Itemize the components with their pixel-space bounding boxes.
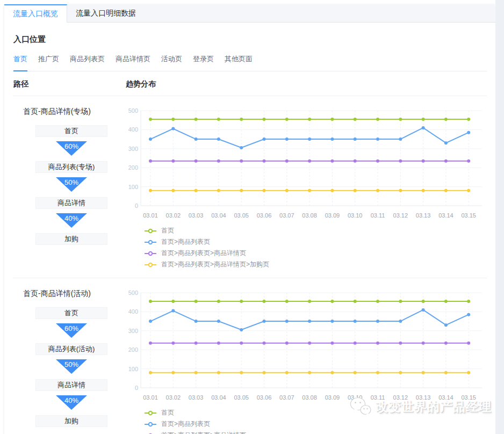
chart-legend: 首页首页>商品列表页首页>商品列表页>商品详情页首页>商品列表页>商品详情页>加… [144, 409, 495, 434]
trend-line-chart[interactable]: 010020030040050003.0103.0203.0303.0403.0… [126, 104, 495, 224]
path-row: 首页-商品详情(专场)首页60%商品列表(专场)50%商品详情40%加购0100… [13, 96, 487, 272]
svg-text:03.08: 03.08 [302, 394, 317, 401]
subtab-商品列表页[interactable]: 商品列表页 [70, 54, 105, 71]
svg-text:03.03: 03.03 [189, 394, 204, 401]
svg-text:400: 400 [128, 308, 138, 315]
svg-text:03.07: 03.07 [279, 394, 294, 401]
main-panel: 流量入口概览 流量入口明细数据 入口位置 首页推广页商品列表页商品详情页活动页登… [4, 4, 495, 434]
svg-text:03.15: 03.15 [461, 394, 476, 401]
funnel-rate-arrow-icon: 60% [56, 323, 87, 338]
svg-text:03.13: 03.13 [416, 394, 431, 401]
svg-text:300: 300 [128, 146, 138, 152]
funnel-rate-arrow-icon: 40% [56, 395, 87, 410]
svg-text:03.07: 03.07 [279, 212, 294, 219]
funnel-rate-arrow-icon: 60% [56, 141, 87, 156]
legend-label: 首页>商品列表页 [161, 419, 210, 429]
svg-text:03.10: 03.10 [348, 212, 363, 219]
scrollbar[interactable] [495, 0, 504, 434]
svg-text:300: 300 [128, 328, 138, 334]
entry-subtabs: 首页推广页商品列表页商品详情页活动页登录页其他页面 [13, 54, 487, 71]
section-title: 入口位置 [13, 34, 487, 45]
legend-item[interactable]: 首页>商品列表页>商品详情页 [144, 250, 495, 257]
legend-marker-icon [144, 422, 157, 427]
legend-label: 首页>商品列表页>商品详情页 [161, 249, 246, 258]
legend-marker-icon [144, 240, 157, 245]
tab-traffic-detail[interactable]: 流量入口明细数据 [67, 4, 145, 22]
legend-item[interactable]: 首页>商品列表页>商品详情页>加购页 [144, 261, 495, 268]
funnel-rate-arrow-icon: 50% [56, 359, 87, 374]
legend-label: 首页 [161, 226, 174, 235]
subtab-商品详情页[interactable]: 商品详情页 [116, 54, 150, 71]
legend-item[interactable]: 首页>商品列表页 [144, 421, 495, 428]
svg-text:200: 200 [128, 164, 138, 171]
subtab-登录页[interactable]: 登录页 [193, 54, 214, 71]
svg-text:03.15: 03.15 [461, 212, 476, 219]
svg-text:200: 200 [128, 346, 138, 353]
svg-text:03.10: 03.10 [348, 394, 363, 401]
svg-text:03.09: 03.09 [325, 394, 340, 401]
tab-bar: 流量入口概览 流量入口明细数据 [4, 4, 495, 23]
funnel-step: 商品列表(专场) [35, 161, 107, 173]
svg-text:400: 400 [128, 126, 138, 133]
rows-container: 首页-商品详情(专场)首页60%商品列表(专场)50%商品详情40%加购0100… [13, 96, 487, 434]
funnel-title: 首页-商品详情(活动) [23, 289, 126, 299]
subtab-活动页[interactable]: 活动页 [161, 54, 182, 71]
funnel: 首页-商品详情(专场)首页60%商品列表(专场)50%商品详情40%加购 [13, 104, 126, 272]
subtab-其他页面[interactable]: 其他页面 [225, 54, 253, 71]
svg-text:03.06: 03.06 [257, 212, 272, 219]
path-row: 首页-商品详情(活动)首页60%商品列表(活动)50%商品详情40%加购0100… [13, 278, 487, 434]
legend-marker-icon [144, 228, 157, 234]
svg-text:03.04: 03.04 [211, 394, 226, 401]
svg-text:03.08: 03.08 [302, 212, 317, 219]
subtab-首页[interactable]: 首页 [13, 54, 27, 71]
svg-text:03.02: 03.02 [166, 212, 181, 219]
legend-label: 首页>商品列表页 [161, 237, 210, 247]
svg-text:03.01: 03.01 [143, 212, 158, 219]
legend-marker-icon [144, 410, 157, 416]
funnel-step: 商品列表(活动) [35, 343, 107, 355]
svg-text:03.05: 03.05 [234, 212, 249, 219]
column-header-path: 路径 [13, 79, 126, 89]
svg-text:03.01: 03.01 [143, 394, 158, 401]
svg-text:03.12: 03.12 [393, 394, 408, 401]
legend-marker-icon [144, 251, 157, 256]
svg-text:03.12: 03.12 [393, 212, 408, 219]
legend-label: 首页>商品列表页>商品详情页>加购页 [161, 260, 269, 269]
legend-item[interactable]: 首页>商品列表页 [144, 238, 495, 245]
svg-text:03.05: 03.05 [234, 394, 249, 401]
svg-text:03.11: 03.11 [371, 394, 385, 401]
svg-text:03.03: 03.03 [189, 212, 204, 219]
legend-label: 首页 [161, 408, 174, 417]
trend-line-chart[interactable]: 010020030040050003.0103.0203.0303.0403.0… [126, 286, 495, 406]
funnel: 首页-商品详情(活动)首页60%商品列表(活动)50%商品详情40%加购 [13, 286, 126, 434]
svg-text:03.09: 03.09 [325, 212, 340, 219]
svg-text:03.14: 03.14 [438, 212, 453, 219]
svg-text:03.06: 03.06 [257, 394, 272, 401]
panel-content: 入口位置 首页推广页商品列表页商品详情页活动页登录页其他页面 路径 趋势分布 首… [4, 23, 495, 434]
legend-item[interactable]: 首页 [144, 227, 495, 234]
svg-text:100: 100 [128, 184, 138, 190]
column-header-trend: 趋势分布 [126, 79, 156, 89]
svg-text:100: 100 [128, 366, 138, 372]
svg-text:0: 0 [135, 202, 138, 209]
tab-traffic-overview[interactable]: 流量入口概览 [4, 4, 67, 23]
svg-text:500: 500 [128, 107, 138, 114]
svg-text:03.14: 03.14 [438, 394, 453, 401]
funnel-rate-arrow-icon: 50% [56, 177, 87, 192]
legend-label: 首页>商品列表页>商品详情页 [161, 431, 246, 434]
funnel-step: 首页 [35, 125, 107, 137]
funnel-step: 加购 [35, 415, 107, 427]
svg-text:03.02: 03.02 [166, 394, 181, 401]
svg-text:03.11: 03.11 [371, 212, 385, 219]
funnel-title: 首页-商品详情(专场) [23, 107, 126, 117]
funnel-rate-arrow-icon: 40% [56, 213, 87, 228]
funnel-step: 加购 [35, 233, 107, 245]
legend-item[interactable]: 首页>商品列表页>商品详情页 [144, 432, 495, 434]
table-header: 路径 趋势分布 [13, 71, 487, 96]
legend-item[interactable]: 首页 [144, 409, 495, 416]
svg-text:0: 0 [135, 385, 138, 391]
svg-text:500: 500 [128, 290, 138, 296]
trend-chart-area: 010020030040050003.0103.0203.0303.0403.0… [126, 286, 495, 434]
subtab-推广页[interactable]: 推广页 [38, 54, 59, 71]
svg-text:03.04: 03.04 [211, 212, 226, 219]
